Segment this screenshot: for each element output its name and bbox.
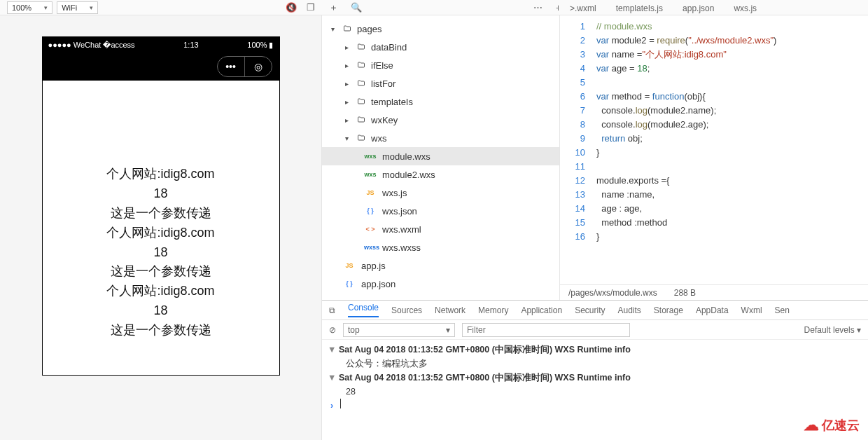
devtools-tabs: ⧉ ConsoleSourcesNetworkMemoryApplication… (322, 301, 868, 320)
tree-folder[interactable]: ▸dataBind (322, 38, 559, 56)
sim-text-line: 18 (43, 301, 279, 321)
phone-nav-bar: ••• ◎ (43, 53, 279, 81)
tree-file[interactable]: { }app.json (322, 275, 559, 293)
capsule: ••• ◎ (217, 56, 272, 77)
tree-file[interactable]: wxsswxs.wxss (322, 238, 559, 256)
zoom-dropdown[interactable]: 100% ▾ (7, 1, 52, 14)
sim-text-line: 这是一个参数传递 (43, 262, 279, 282)
editor-tab[interactable]: >.wxml (560, 2, 606, 15)
phone-body: 个人网站:idig8.com18这是一个参数传递个人网站:idig8.com18… (43, 81, 279, 375)
editor-pane: 12345678910111213141516 // module.wxsvar… (560, 15, 868, 300)
context-dropdown[interactable]: top▾ (343, 323, 455, 337)
tree-file[interactable]: JSwxs.js (322, 184, 559, 202)
devtools-tab[interactable]: Wxml (741, 305, 762, 315)
devtools-tab[interactable]: Storage (654, 305, 683, 315)
sim-text-line: 这是一个参数传递 (43, 204, 279, 224)
folder-icon (356, 60, 367, 70)
restore-icon[interactable]: ❐ (307, 2, 315, 13)
chevron-down-icon: ▾ (90, 4, 93, 11)
tree-folder[interactable]: ▸wxKey (322, 111, 559, 129)
tree-file[interactable]: wxsmodule2.wxs (322, 165, 559, 184)
sim-text-line: 个人网站:idig8.com (43, 165, 279, 184)
editor-tab[interactable]: app.json (673, 2, 724, 15)
watermark: ☁ 亿速云 (804, 416, 860, 434)
tree-folder[interactable]: ▸templateIs (322, 92, 559, 111)
split-icon[interactable]: ⫞ (555, 2, 560, 13)
editor-tab[interactable]: templateIs.js (606, 2, 673, 15)
sim-text-line: 个人网站:idig8.com (43, 282, 279, 301)
capsule-close-button[interactable]: ◎ (245, 57, 272, 76)
network-dropdown[interactable]: WiFi ▾ (57, 1, 98, 14)
devtools-tab[interactable]: Application (521, 305, 562, 315)
zoom-value: 100% (12, 4, 31, 12)
chevron-down-icon: ▾ (44, 4, 48, 11)
devtools-panel: ⧉ ConsoleSourcesNetworkMemoryApplication… (322, 300, 868, 440)
simulator-pane: ●●●●● WeChat �access 1:13 100% ▮ ••• ◎ 个… (0, 15, 322, 440)
status-size: 288 B (674, 288, 696, 298)
top-toolbar: 100% ▾ WiFi ▾ 🔇 ❐ ＋ 🔍 ⋯ ⫞ >.wxml templat… (0, 0, 868, 15)
folder-icon (356, 78, 367, 88)
clear-console-icon[interactable]: ⊘ (329, 325, 336, 335)
file-tree-pane: ▾pages▸dataBind▸ifElse▸listFor▸templateI… (322, 15, 560, 300)
tree-folder[interactable]: ▸listFor (322, 74, 559, 92)
devtools-tab[interactable]: Network (435, 305, 465, 315)
folder-icon (342, 24, 353, 34)
add-icon[interactable]: ＋ (329, 1, 338, 14)
phone-status-bar: ●●●●● WeChat �access 1:13 100% ▮ (43, 37, 279, 53)
capsule-menu-button[interactable]: ••• (218, 57, 244, 76)
more-icon[interactable]: ⋯ (533, 2, 542, 13)
network-value: WiFi (62, 4, 77, 12)
console-group[interactable]: ▼Sat Aug 04 2018 01:13:52 GMT+0800 (中国标准… (328, 371, 862, 385)
log-level-dropdown[interactable]: Default levels ▾ (804, 325, 861, 335)
devtools-tab[interactable]: Security (575, 305, 605, 315)
inspect-icon[interactable]: ⧉ (329, 305, 335, 315)
folder-icon (356, 97, 367, 106)
tree-file[interactable]: JSapp.js (322, 256, 559, 275)
cloud-icon: ☁ (804, 416, 819, 434)
console-group[interactable]: ▼Sat Aug 04 2018 01:13:52 GMT+0800 (中国标准… (328, 343, 862, 357)
tree-folder[interactable]: ▾wxs (322, 129, 559, 147)
folder-icon (356, 115, 367, 125)
console-filter-input[interactable] (462, 323, 630, 337)
devtools-tab[interactable]: Sen (775, 305, 790, 315)
toolbar-left: 100% ▾ WiFi ▾ 🔇 ❐ (0, 1, 322, 14)
carrier-label: ●●●●● WeChat �access (48, 41, 135, 50)
editor-status-bar: /pages/wxs/module.wxs 288 B (560, 284, 868, 300)
console-message: 28 (328, 385, 862, 399)
console-message: 公众号：编程坑太多 (328, 357, 862, 371)
tree-file[interactable]: < >wxs.wxml (322, 220, 559, 238)
console-prompt[interactable]: › (328, 399, 862, 413)
tree-file[interactable]: { }wxs.json (322, 202, 559, 220)
folder-icon (356, 42, 367, 52)
tree-folder[interactable]: ▾pages (322, 20, 559, 38)
tree-file[interactable]: wxsmodule.wxs (322, 147, 559, 165)
sim-text-line: 个人网站:idig8.com (43, 224, 279, 243)
devtools-tab[interactable]: AppData (696, 305, 729, 315)
sim-text-line: 18 (43, 243, 279, 263)
mute-icon[interactable]: 🔇 (286, 2, 297, 13)
toolbar-mid: ＋ 🔍 ⋯ ⫞ (322, 1, 560, 14)
devtools-tab[interactable]: Memory (478, 305, 508, 315)
tree-folder[interactable]: ▸ifElse (322, 56, 559, 74)
folder-icon (356, 133, 367, 143)
sim-text-line: 18 (43, 184, 279, 204)
code-editor[interactable]: 12345678910111213141516 // module.wxsvar… (560, 15, 868, 284)
battery-label: 100% ▮ (247, 41, 273, 50)
console-filter-bar: ⊘ top▾ Default levels ▾ (322, 320, 868, 340)
editor-tab[interactable]: wxs.js (724, 2, 766, 15)
clock-label: 1:13 (135, 41, 248, 49)
console-output[interactable]: ▼Sat Aug 04 2018 01:13:52 GMT+0800 (中国标准… (322, 340, 868, 440)
sim-text-line: 这是一个参数传递 (43, 321, 279, 341)
devtools-tab[interactable]: Sources (391, 305, 422, 315)
status-path: /pages/wxs/module.wxs (568, 288, 657, 298)
devtools-tab[interactable]: Console (348, 303, 379, 317)
phone-frame: ●●●●● WeChat �access 1:13 100% ▮ ••• ◎ 个… (42, 36, 280, 376)
devtools-tab[interactable]: Audits (618, 305, 641, 315)
editor-tabs: >.wxml templateIs.js app.json wxs.js (560, 0, 868, 15)
search-icon[interactable]: 🔍 (351, 2, 362, 13)
